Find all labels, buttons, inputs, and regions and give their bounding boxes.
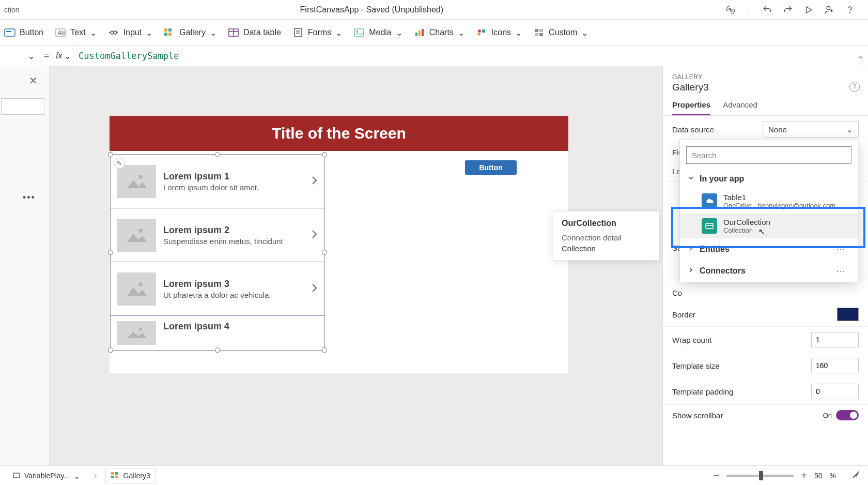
zoom-in-button[interactable]: +: [801, 469, 807, 481]
undo-icon[interactable]: [762, 4, 773, 16]
border-color-swatch[interactable]: [837, 308, 859, 321]
gallery-item[interactable]: Lorem ipsum 1Lorem ipsum dolor sit amet,: [111, 155, 324, 208]
more-icon[interactable]: •••: [23, 192, 36, 203]
section-entities[interactable]: Entities ⋯: [680, 238, 858, 260]
resize-handle[interactable]: [108, 152, 113, 157]
gallery-icon: [164, 27, 175, 38]
svg-point-11: [114, 31, 117, 34]
custom-icon: [533, 27, 545, 38]
toggle-state: On: [823, 412, 832, 419]
resize-handle[interactable]: [108, 347, 113, 353]
svg-rect-44: [13, 473, 20, 478]
canvas-button-control[interactable]: Button: [465, 160, 517, 175]
insert-input[interactable]: Input ⌄: [108, 27, 153, 38]
gallery-item-subtitle: Lorem ipsum dolor sit amet,: [163, 183, 304, 192]
template-padding-input[interactable]: [811, 384, 859, 399]
gallery-item[interactable]: Lorem ipsum 2Suspendisse enim metus, tin…: [111, 208, 324, 262]
tab-properties[interactable]: Properties: [672, 100, 710, 115]
insert-input-label: Input: [123, 28, 142, 37]
text-icon: Abc: [55, 27, 66, 38]
help-icon[interactable]: [844, 4, 856, 16]
wrap-count-input[interactable]: [811, 332, 859, 347]
svg-rect-33: [539, 33, 543, 36]
svg-rect-45: [111, 472, 114, 475]
insert-button[interactable]: Button: [4, 27, 43, 38]
insert-forms-label: Forms: [308, 28, 331, 37]
redo-icon[interactable]: [782, 4, 794, 16]
insert-text[interactable]: Abc Text ⌄: [55, 27, 96, 38]
svg-rect-48: [115, 476, 118, 478]
resize-handle[interactable]: [215, 152, 220, 157]
insert-forms[interactable]: Forms ⌄: [292, 27, 342, 38]
datasource-option-table1[interactable]: Table1OneDrive - bennylegge@outlook.com: [680, 189, 858, 214]
section-in-your-app[interactable]: In your app: [680, 169, 858, 189]
more-icon[interactable]: ⋯: [831, 244, 850, 255]
prop-label: Border: [672, 310, 695, 319]
resize-handle[interactable]: [108, 250, 113, 255]
svg-point-1: [731, 10, 732, 11]
more-icon[interactable]: ⋯: [831, 265, 850, 277]
insert-charts[interactable]: Charts ⌄: [414, 27, 464, 38]
show-scrollbar-toggle[interactable]: [836, 410, 859, 420]
resize-handle[interactable]: [215, 347, 220, 353]
ribbon-tab-partial[interactable]: ction: [0, 6, 24, 14]
gallery-item[interactable]: Lorem ipsum 4: [111, 316, 324, 351]
chevron-right-icon[interactable]: [311, 175, 318, 188]
fit-to-window-icon[interactable]: [851, 470, 861, 481]
svg-rect-42: [706, 223, 713, 229]
share-icon[interactable]: [824, 4, 835, 16]
gallery-icon: [111, 472, 119, 479]
close-icon[interactable]: ✕: [29, 74, 38, 87]
svg-marker-35: [127, 180, 147, 188]
zoom-slider[interactable]: [726, 475, 794, 477]
placeholder-image-icon: [117, 219, 156, 252]
template-size-input[interactable]: [811, 358, 859, 373]
chevron-right-icon[interactable]: [311, 283, 318, 295]
edit-pencil-icon[interactable]: ✎: [114, 158, 125, 169]
chevron-down-icon: ⌄: [74, 472, 80, 480]
tooltip-title: OurCollection: [562, 219, 650, 228]
resize-handle[interactable]: [322, 250, 327, 255]
insert-gallery[interactable]: Gallery ⌄: [164, 27, 216, 38]
insert-icons[interactable]: Icons ⌄: [476, 27, 522, 38]
datasource-option-ourcollection[interactable]: OurCollectionCollection ↖: [680, 214, 858, 238]
prop-wrap-count-row: Wrap count: [663, 327, 868, 353]
zoom-out-button[interactable]: −: [714, 469, 720, 481]
svg-point-23: [356, 31, 358, 33]
svg-rect-47: [111, 476, 114, 478]
tree-node[interactable]: [1, 98, 44, 115]
search-input[interactable]: Search: [686, 146, 851, 164]
svg-point-3: [827, 6, 830, 10]
resize-handle[interactable]: [322, 152, 327, 157]
formula-expand-icon[interactable]: ⌄: [853, 51, 868, 60]
svg-rect-32: [535, 33, 538, 36]
resize-handle[interactable]: [322, 347, 327, 353]
chevron-right-icon: [687, 266, 694, 276]
gallery-item[interactable]: Lorem ipsum 3Ut pharetra a dolor ac vehi…: [111, 262, 324, 316]
svg-point-0: [729, 8, 731, 9]
data-source-dropdown[interactable]: None ⌄: [763, 121, 859, 138]
chevron-right-icon[interactable]: [311, 229, 318, 241]
fx-label[interactable]: fx⌄: [53, 46, 73, 66]
svg-rect-28: [482, 29, 485, 33]
help-icon[interactable]: ?: [849, 82, 860, 92]
property-selector[interactable]: ⌄: [0, 46, 40, 66]
tab-advanced[interactable]: Advanced: [723, 100, 757, 115]
app-checker-icon[interactable]: [725, 4, 736, 16]
play-preview-icon[interactable]: [803, 4, 814, 16]
option-label: Table1: [723, 193, 835, 202]
breadcrumb-label: Gallery3: [123, 472, 150, 480]
breadcrumb-control[interactable]: Gallery3: [105, 468, 156, 483]
formula-input[interactable]: [73, 46, 853, 66]
insert-custom[interactable]: Custom ⌄: [533, 27, 588, 38]
breadcrumb-screen[interactable]: VariablePlay... ⌄: [7, 468, 86, 483]
insert-media[interactable]: Media ⌄: [353, 27, 402, 38]
insert-data-table[interactable]: Data table: [228, 27, 281, 38]
gallery-selection[interactable]: ✎ Lorem ipsum 1Lorem ipsum dolor sit ame…: [110, 154, 325, 351]
breadcrumb-separator-icon: ›: [94, 471, 97, 480]
section-connectors[interactable]: Connectors ⋯: [680, 260, 858, 282]
gallery-item-title: Lorem ipsum 3: [163, 279, 304, 290]
svg-rect-15: [168, 33, 172, 36]
canvas-area[interactable]: Title of the Screen Button ✎ Lorem ipsum…: [50, 66, 662, 485]
zoom-controls: − + 50 %: [714, 469, 861, 481]
